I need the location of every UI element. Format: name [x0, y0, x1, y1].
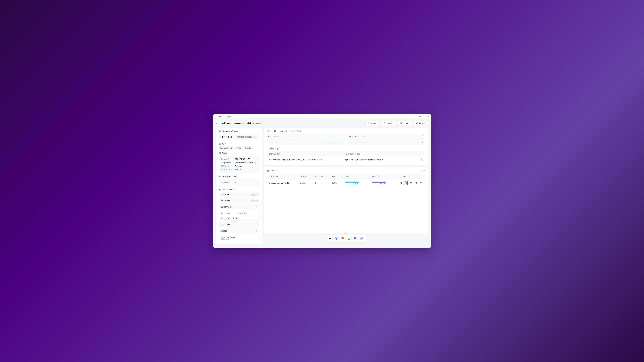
svg-rect-12: [267, 130, 268, 132]
sidebar: Application Source App Store Manage all …: [216, 128, 262, 244]
internal-address-value[interactable]: http://meilisearch-maqwjvid.ns-t9red37y.…: [269, 159, 344, 161]
update-button[interactable]: Update: [381, 121, 396, 126]
internal-address-header: Internal Address: [269, 153, 346, 155]
arguments-value: Not Set: [251, 200, 258, 202]
expand-icon[interactable]: [421, 135, 424, 138]
env-row: MEILI_ENVdevelopment: [219, 211, 260, 216]
svg-rect-16: [422, 159, 423, 160]
storage-item: /meili_data 1 Gi: [219, 235, 260, 242]
status-dot-icon: [253, 123, 254, 124]
svg-point-10: [220, 176, 220, 177]
command-value: Not Set: [251, 194, 258, 196]
svg-rect-21: [405, 182, 406, 184]
dock-lens[interactable]: [359, 236, 364, 241]
status-badge: Running: [253, 122, 262, 124]
tag-internet-access: Internet Access: [219, 146, 234, 150]
pod-terminal-icon[interactable]: [404, 181, 408, 185]
monitoring-updated: (Updated At 15:00): [285, 130, 301, 132]
created-at-label: Created At: [220, 158, 235, 160]
network-heading: Network(1): [266, 148, 425, 150]
pods-count: 1 pods: [419, 170, 425, 172]
tag-stateful: Stateful: [244, 146, 253, 150]
svg-rect-2: [369, 123, 369, 124]
maximize-button[interactable]: ☐: [424, 115, 425, 117]
svg-rect-7: [219, 144, 220, 144]
pause-label: Pause: [371, 122, 377, 124]
pod-files-icon[interactable]: [419, 181, 423, 185]
type-heading: Type: [219, 143, 260, 145]
advanced-config-heading: Advanced Config: [219, 189, 260, 191]
copy-icon[interactable]: [421, 158, 423, 161]
arguments-label: Arguments: [220, 200, 230, 202]
dock-wallet[interactable]: [340, 236, 345, 241]
pod-restart-icon[interactable]: [414, 181, 418, 185]
manage-resources-link[interactable]: Manage all resources ↗: [237, 136, 258, 138]
external-address-value[interactable]: https://meilisearch-krahowmx.cloud.sealo…: [344, 159, 420, 161]
env-row: MEILI_MASTER_KEY: [219, 216, 260, 221]
svg-rect-6: [220, 143, 220, 143]
dock: [326, 234, 366, 242]
image-name-label: Image Name: [220, 162, 235, 164]
pod-age: 3d3h: [332, 182, 345, 184]
cpu-monitor-card: CPU (5.00%): [266, 134, 345, 145]
dock-database[interactable]: [353, 236, 358, 241]
dock-home[interactable]: [328, 236, 332, 241]
memory-limit-value: 128 Mi: [235, 169, 241, 171]
pod-details-icon[interactable]: [399, 181, 403, 185]
svg-rect-9: [219, 152, 220, 154]
svg-point-13: [267, 148, 268, 148]
monitoring-heading: Live Monitoring: [270, 130, 284, 132]
svg-rect-20: [400, 182, 402, 184]
environment-collapser[interactable]: Environment ⌃: [219, 204, 260, 209]
close-button[interactable]: ✕: [428, 115, 429, 117]
command-label: Command: [220, 194, 229, 196]
page-title: meilisearch-maqwjvid: [220, 122, 251, 125]
app-window: App Launchpad — ☐ ✕ ‹ meilisearch-maqwjv…: [213, 114, 431, 248]
delete-button[interactable]: Delete: [414, 121, 428, 126]
monitoring-panel: Live Monitoring (Updated At 15:00) CPU (…: [264, 128, 428, 165]
dock-cron[interactable]: [346, 236, 352, 241]
memory-monitor-card: Memory (17.00%): [347, 134, 425, 145]
col-cpu: CPU: [345, 175, 372, 177]
restart-label: Restart: [403, 122, 410, 124]
update-label: Update: [386, 122, 393, 124]
chevron-up-icon: ⌃: [256, 223, 258, 226]
pod-status: running: [299, 182, 315, 184]
storage-collapser[interactable]: Storage ⌃: [219, 228, 260, 233]
app-title: App Launchpad: [218, 115, 231, 117]
svg-point-3: [219, 130, 220, 132]
deploy-mode-heading: Deployment Mode: [219, 176, 260, 178]
svg-rect-18: [267, 171, 268, 171]
minimize-button[interactable]: —: [419, 115, 421, 117]
col-restarts: RESTARTS: [315, 175, 332, 177]
svg-point-4: [220, 131, 220, 132]
svg-rect-25: [342, 237, 344, 238]
col-pod-name: POD NAME: [269, 175, 299, 177]
instances-value: 1: [235, 182, 236, 184]
chevron-up-icon: ⌃: [256, 230, 258, 232]
storage-size: 1 Gi: [226, 238, 235, 240]
svg-rect-19: [267, 171, 268, 171]
col-memory: MEMORY: [372, 175, 399, 177]
configmap-collapser[interactable]: Configmap ⌃: [219, 222, 260, 227]
pod-logs-icon[interactable]: [409, 181, 413, 185]
external-address-header: External Address: [346, 153, 423, 155]
dock-kubernetes[interactable]: [334, 236, 339, 241]
svg-rect-1: [368, 123, 369, 124]
restart-button[interactable]: Restart: [397, 121, 412, 126]
dock-handle[interactable]: ▾: [344, 232, 348, 234]
pause-button[interactable]: Pause: [365, 121, 379, 126]
basic-heading: Basic: [219, 152, 260, 154]
svg-rect-8: [220, 144, 220, 144]
page-header: ‹ meilisearch-maqwjvid Running Pause Upd…: [213, 119, 431, 128]
image-name-value: getmeili/meilisearch:v1.8: [235, 162, 256, 164]
cpu-limit-label: CPU Limit: [220, 165, 235, 167]
svg-marker-0: [215, 115, 217, 117]
status-text: Running: [255, 122, 262, 124]
back-button[interactable]: ‹: [216, 122, 218, 125]
svg-point-11: [220, 189, 220, 190]
tag-fixed: Fixed: [235, 146, 242, 150]
pod-cpu-value: 5.00%: [345, 183, 358, 185]
pod-restarts: 0: [315, 182, 332, 184]
memory-limit-label: Memory Limit: [220, 169, 235, 171]
